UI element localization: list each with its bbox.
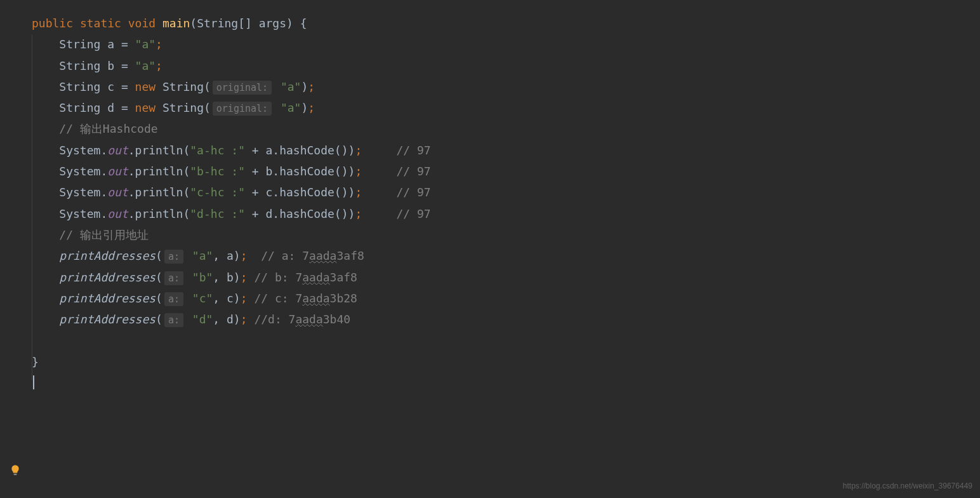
comment: // 97 [362,144,430,157]
open-paren: ( [156,313,162,326]
string-literal: "a" [135,37,156,51]
semicolon: ; [156,59,162,72]
println-call: .println( [128,144,190,157]
param-hint: a: [164,313,183,327]
code-line[interactable]: System.out.println("d-hc :" + d.hashCode… [32,203,980,224]
var-name: c [100,80,121,93]
args: , a) [213,249,240,262]
semicolon: ; [355,185,362,199]
close-paren: ) [301,101,308,114]
open-paren: ( [156,271,162,284]
code-line[interactable]: System.out.println("b-hc :" + b.hashCode… [32,161,980,182]
comment: // a: 7aada3af8 [248,249,364,262]
string-literal: "c-hc :" [190,185,245,199]
out-field: out [107,185,128,199]
args: , c) [213,292,240,305]
string-literal: "a-hc :" [190,144,245,157]
print-addresses-call: printAddresses [59,249,156,262]
comment: // 97 [362,185,430,199]
out-field: out [107,144,128,157]
code-editor[interactable]: public static void main(String[] args) {… [0,0,980,393]
expr: + b.hashCode()) [245,165,355,178]
println-call: .println( [128,185,190,199]
print-addresses-call: printAddresses [59,292,156,305]
param-hint: a: [164,292,183,306]
out-field: out [107,165,128,178]
code-line[interactable]: String d = new String(original: "a"); [32,97,980,118]
keyword-new: new [135,80,156,93]
system-class: System. [59,207,107,220]
code-line[interactable]: public static void main(String[] args) { [32,13,980,34]
code-line[interactable]: // 输出Hashcode [32,118,980,139]
print-addresses-call: printAddresses [59,313,156,326]
semicolon: ; [355,165,362,178]
method-main: main [162,17,190,30]
comment: // 输出Hashcode [59,122,157,135]
var-name: b [100,59,121,72]
semicolon: ; [241,313,248,326]
param-hint: original: [213,102,272,116]
comment: // c: 7aada3b28 [248,292,357,305]
string-literal: "a" [281,101,301,114]
param-hint: a: [164,250,183,264]
semicolon: ; [355,144,362,157]
print-addresses-call: printAddresses [59,271,156,284]
code-line[interactable] [32,372,980,393]
string-literal: "a" [281,80,301,93]
string-literal: "b-hc :" [190,165,245,178]
expr: + d.hashCode()) [245,207,355,220]
string-literal: "d" [192,313,213,326]
params: (String[] args) { [190,17,307,30]
assign: = [121,80,135,93]
text-caret [33,375,34,389]
keyword-static: static [80,17,121,30]
type-string: String [59,59,100,72]
string-literal: "a" [192,249,213,262]
param-hint: original: [213,81,272,95]
code-line[interactable]: String c = new String(original: "a"); [32,76,980,97]
keyword-new: new [135,101,156,114]
lightbulb-icon[interactable] [10,464,21,476]
keyword-void: void [128,17,156,30]
code-line[interactable]: printAddresses(a: "a", a); // a: 7aada3a… [32,245,980,266]
comment: // 输出引用地址 [59,228,149,241]
string-literal: "b" [192,271,213,284]
code-line[interactable]: printAddresses(a: "c", c); // c: 7aada3b… [32,288,980,309]
semicolon: ; [308,80,315,93]
code-line[interactable] [32,330,980,351]
code-line[interactable]: System.out.println("a-hc :" + a.hashCode… [32,140,980,161]
string-literal: "d-hc :" [190,207,245,220]
svg-rect-0 [14,474,17,475]
code-line[interactable]: } [32,351,980,372]
expr: + a.hashCode()) [245,144,355,157]
comment: // 97 [362,165,430,178]
system-class: System. [59,144,107,157]
system-class: System. [59,185,107,199]
expr: + c.hashCode()) [245,185,355,199]
comment: //d: 7aada3b40 [248,313,351,326]
code-line[interactable]: printAddresses(a: "b", b); // b: 7aada3a… [32,267,980,288]
system-class: System. [59,165,107,178]
semicolon: ; [156,37,162,51]
var-name: a [100,37,121,51]
semicolon: ; [241,249,248,262]
ctor-call: String( [156,101,211,114]
code-line[interactable]: String a = "a"; [32,34,980,55]
param-hint: a: [164,271,183,285]
type-string: String [59,37,100,51]
code-line[interactable]: // 输出引用地址 [32,224,980,245]
semicolon: ; [308,101,315,114]
semicolon: ; [241,292,248,305]
code-line[interactable]: printAddresses(a: "d", d); //d: 7aada3b4… [32,309,980,330]
close-paren: ) [301,80,308,93]
open-paren: ( [156,292,162,305]
var-name: d [100,101,121,114]
code-line[interactable]: System.out.println("c-hc :" + c.hashCode… [32,182,980,203]
code-line[interactable]: String b = "a"; [32,55,980,76]
assign: = [121,101,135,114]
println-call: .println( [128,207,190,220]
keyword-public: public [32,17,73,30]
type-string: String [59,101,100,114]
watermark: https://blog.csdn.net/weixin_39676449 [843,479,972,493]
comment: // 97 [362,207,430,220]
